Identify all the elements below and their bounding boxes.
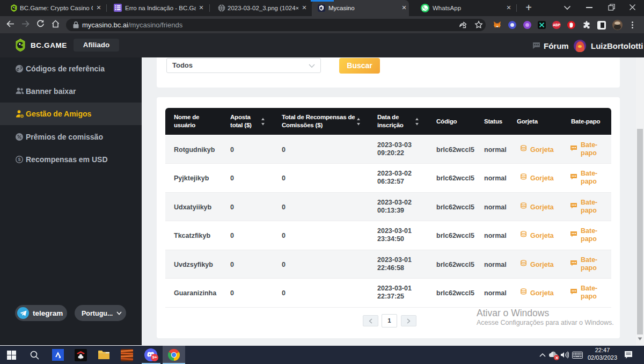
svg-text:$: $	[18, 157, 20, 162]
